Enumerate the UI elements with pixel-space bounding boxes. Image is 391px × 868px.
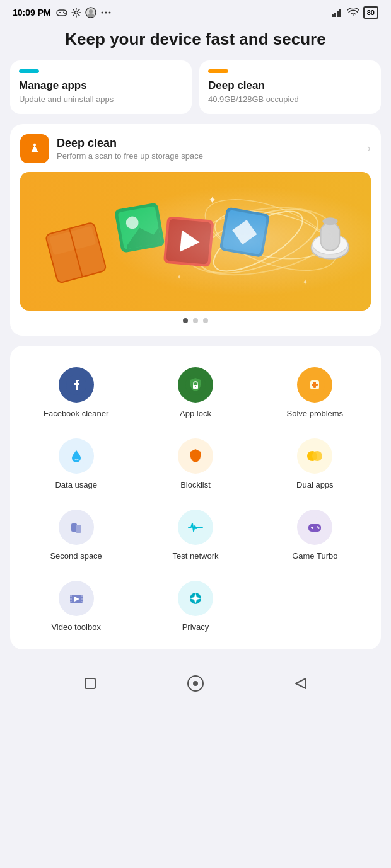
svg-marker-81	[296, 678, 306, 688]
blocklist-label: Blocklist	[180, 480, 211, 489]
gamepad-icon	[56, 8, 67, 17]
top-cards: Manage apps Update and uninstall apps De…	[0, 60, 391, 114]
deep-clean-icon-bar	[208, 69, 228, 73]
banner-illustration: ✦ ✦ ✦	[20, 172, 371, 311]
tool-blocklist[interactable]: Blocklist	[136, 430, 255, 501]
tool-test-network[interactable]: Test network	[136, 501, 255, 572]
svg-rect-12	[334, 13, 336, 17]
svg-rect-73	[81, 598, 83, 600]
svg-point-56	[312, 451, 322, 461]
svg-rect-14	[339, 9, 341, 17]
deep-clean-section[interactable]: Deep clean Perform a scan to free up sto…	[10, 124, 381, 336]
svg-point-4	[64, 13, 66, 14]
carousel-dots	[20, 318, 371, 323]
status-bar: 10:09 PM	[0, 0, 391, 23]
deep-clean-left: Deep clean Perform a scan to free up sto…	[20, 134, 203, 163]
wifi-icon	[347, 8, 359, 17]
svg-point-47	[195, 386, 196, 387]
tool-app-lock[interactable]: App lock	[136, 358, 255, 430]
svg-rect-74	[81, 601, 83, 602]
back-button[interactable]	[79, 672, 102, 695]
manage-apps-card[interactable]: Manage apps Update and uninstall apps	[10, 60, 192, 114]
dual-apps-icon	[297, 438, 332, 474]
tool-game-turbo[interactable]: Game Turbo	[255, 501, 375, 572]
tool-facebook-cleaner[interactable]: Facebook cleaner	[16, 358, 136, 430]
tool-solve-problems[interactable]: Solve problems	[255, 358, 375, 430]
dot-2[interactable]	[193, 318, 198, 323]
facebook-cleaner-icon	[59, 367, 94, 403]
video-toolbox-label: Video toolbox	[51, 622, 101, 632]
test-network-label: Test network	[173, 551, 219, 561]
dot-1[interactable]	[183, 318, 188, 323]
tool-video-toolbox[interactable]: Video toolbox	[16, 572, 136, 643]
status-system-icons	[56, 7, 112, 18]
deep-clean-app-icon	[20, 134, 49, 163]
svg-rect-71	[70, 601, 72, 602]
svg-rect-51	[312, 384, 318, 386]
svg-rect-59	[76, 525, 81, 533]
gear-icon	[71, 8, 81, 18]
svg-rect-78	[85, 678, 95, 688]
game-turbo-label: Game Turbo	[292, 551, 337, 561]
deep-clean-top-card[interactable]: Deep clean 40.9GB/128GB occupied	[199, 60, 381, 114]
tools-section: Facebook cleaner App lock	[10, 346, 381, 649]
bottom-nav	[0, 660, 391, 707]
svg-point-5	[74, 11, 78, 14]
status-time: 10:09 PM	[13, 8, 51, 18]
facebook-cleaner-label: Facebook cleaner	[44, 409, 108, 418]
status-indicators: 80	[332, 6, 378, 19]
recent-apps-button[interactable]	[289, 672, 312, 695]
svg-rect-11	[332, 14, 334, 17]
app-lock-label: App lock	[180, 409, 211, 418]
game-turbo-icon	[297, 510, 332, 545]
svg-point-10	[108, 12, 110, 14]
svg-point-7	[89, 9, 93, 13]
svg-rect-16	[33, 143, 36, 146]
home-button[interactable]	[184, 672, 207, 695]
empty-cell	[255, 572, 375, 643]
svg-rect-70	[70, 598, 72, 600]
app-lock-icon	[178, 367, 213, 403]
tool-dual-apps[interactable]: Dual apps	[255, 430, 375, 501]
data-usage-icon	[59, 438, 94, 474]
video-toolbox-icon	[59, 581, 94, 616]
deep-clean-header: Deep clean Perform a scan to free up sto…	[20, 134, 371, 163]
tools-grid: Facebook cleaner App lock	[16, 358, 375, 643]
battery-indicator: 80	[363, 6, 378, 19]
blocklist-icon-el	[178, 438, 213, 474]
status-time-area: 10:09 PM	[13, 7, 112, 18]
deep-clean-chevron: ›	[367, 142, 371, 155]
second-space-label: Second space	[50, 551, 102, 561]
svg-point-66	[318, 527, 320, 528]
svg-point-8	[101, 12, 103, 14]
test-network-icon	[178, 510, 213, 545]
svg-rect-13	[337, 11, 339, 17]
user-icon	[85, 7, 96, 18]
svg-point-9	[105, 12, 107, 14]
dot-3[interactable]	[203, 318, 208, 323]
deep-clean-card-title: Deep clean	[208, 79, 372, 92]
solve-problems-label: Solve problems	[287, 409, 344, 418]
svg-point-80	[193, 681, 198, 686]
tool-data-usage[interactable]: Data usage	[16, 430, 136, 501]
solve-problems-icon	[297, 367, 332, 403]
manage-apps-icon-bar	[19, 69, 39, 73]
battery-level: 80	[367, 9, 375, 16]
svg-rect-43	[20, 173, 371, 310]
tool-privacy[interactable]: Privacy	[136, 572, 255, 643]
deep-clean-banner: ✦ ✦ ✦	[20, 172, 371, 311]
deep-clean-subtitle: Perform a scan to free up storage space	[57, 151, 203, 161]
signal-icon	[332, 8, 343, 17]
svg-point-65	[317, 526, 318, 527]
deep-clean-title: Deep clean	[57, 137, 203, 150]
svg-rect-72	[81, 595, 83, 597]
page-title: Keep your device fast and secure	[0, 23, 391, 60]
second-space-icon	[59, 510, 94, 545]
more-icon[interactable]	[100, 7, 112, 18]
tool-second-space[interactable]: Second space	[16, 501, 136, 572]
manage-apps-title: Manage apps	[19, 79, 183, 92]
svg-rect-69	[70, 595, 72, 597]
manage-apps-subtitle: Update and uninstall apps	[19, 94, 183, 104]
deep-clean-card-subtitle: 40.9GB/128GB occupied	[208, 94, 372, 104]
privacy-icon-el	[178, 581, 213, 616]
